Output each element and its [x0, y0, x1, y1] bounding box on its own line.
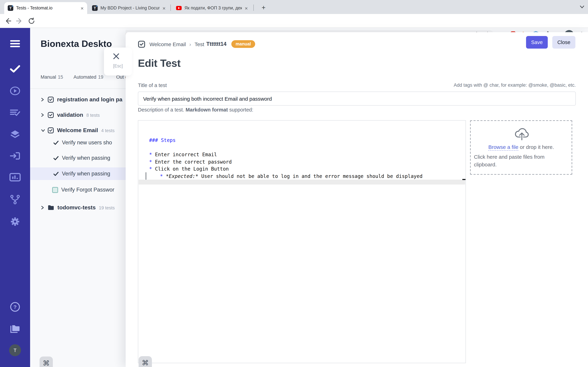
- dropzone-paste-text: Click here and paste files from clipboar…: [474, 153, 568, 168]
- suite-icon: [48, 96, 54, 103]
- testomat-favicon-icon: T: [8, 5, 13, 11]
- markdown-editor[interactable]: ### Steps * Enter incorrect Email * Ente…: [138, 120, 466, 363]
- cloud-upload-icon: [514, 126, 530, 141]
- test-label: Verify when passing: [62, 155, 110, 161]
- test-label: Verify new users sho: [62, 140, 112, 146]
- description-label: Description of a test. Markdown format s…: [138, 107, 253, 113]
- sidebar-runs-play-icon[interactable]: [0, 86, 30, 96]
- folder-row-todomvc[interactable]: todomvc-tests 19 tests: [30, 201, 126, 215]
- test-row[interactable]: Verify new users sho: [30, 136, 126, 149]
- esc-hint-label: [Esc]: [104, 64, 132, 68]
- browser-tab-bdd-project[interactable]: T My BDD Project - Living Docum ×: [88, 2, 169, 14]
- test-label: Verify Forgot Passwor: [61, 187, 114, 193]
- suite-icon: [48, 112, 54, 118]
- folder-icon: [48, 205, 54, 210]
- chevron-right-icon[interactable]: [41, 205, 44, 210]
- tree-shortcut-command-button[interactable]: ⌘: [40, 357, 53, 367]
- sidebar-user-avatar[interactable]: T: [0, 344, 30, 356]
- tab-close-icon[interactable]: ×: [80, 5, 84, 11]
- reload-icon[interactable]: [27, 17, 36, 25]
- page-title: Edit Test: [138, 57, 181, 69]
- sidebar-analytics-icon[interactable]: [0, 173, 30, 181]
- sidebar-import-icon[interactable]: [0, 151, 30, 160]
- suite-row-validation[interactable]: validation 8 tests: [30, 109, 126, 121]
- youtube-favicon-icon: [176, 6, 182, 10]
- tab-search-chevron-icon[interactable]: [579, 5, 585, 9]
- save-button[interactable]: Save: [526, 36, 548, 49]
- suite-icon: [48, 127, 54, 133]
- cursor-dash: [462, 179, 466, 180]
- suite-row-registration[interactable]: registration and login pa: [30, 93, 126, 106]
- hamburger-menu-icon[interactable]: [0, 40, 30, 48]
- forward-icon[interactable]: [15, 17, 24, 25]
- sidebar-settings-gear-icon[interactable]: [0, 216, 30, 227]
- tab-title: Як подати, ФОП 3 групи, дек: [184, 6, 242, 10]
- tests-tree-panel: Bionexta Deskto Manual15 Automated19 Out…: [30, 28, 126, 367]
- suite-row-welcome-email[interactable]: Welcome Email 4 tests: [30, 124, 126, 137]
- browser-tab-tests[interactable]: T Tests - Testomat.io ×: [4, 2, 87, 14]
- testomat-favicon-icon: T: [92, 5, 98, 11]
- chevron-right-icon[interactable]: [41, 113, 44, 117]
- sidebar-branch-icon[interactable]: [0, 195, 30, 204]
- tab-title: My BDD Project - Living Docum: [100, 6, 160, 10]
- manual-badge: manual: [231, 40, 255, 48]
- tab-strip: T Tests - Testomat.io × T My BDD Project…: [0, 0, 588, 14]
- tab-divider: [253, 5, 254, 11]
- test-label: Verify when passing: [62, 171, 110, 177]
- tab-close-icon[interactable]: ×: [245, 5, 248, 11]
- md-expected-emphasis: *Expected:*: [166, 173, 198, 179]
- suite-label: registration and login pa: [57, 96, 122, 103]
- test-row-selected[interactable]: Verify when passing: [30, 167, 126, 180]
- chevron-down-icon[interactable]: [41, 128, 45, 133]
- close-x-icon[interactable]: [112, 52, 120, 60]
- breadcrumb-test-name: Ttttttt14: [206, 41, 226, 47]
- suite-count: 4 tests: [101, 128, 115, 133]
- markdown-content: ### Steps * Enter incorrect Email * Ente…: [138, 137, 466, 180]
- sidebar-layers-icon[interactable]: [0, 130, 30, 139]
- md-step: Enter the correct password: [155, 159, 232, 165]
- tab-automated[interactable]: Automated19: [73, 75, 104, 80]
- sidebar-help-icon[interactable]: ?: [0, 302, 30, 312]
- tab-manual[interactable]: Manual15: [41, 75, 63, 80]
- test-check-icon: [53, 171, 59, 176]
- test-row-forgot-password[interactable]: Verify Forgot Passwor: [30, 184, 126, 196]
- tree-filter-tabs: Manual15 Automated19 Out o: [30, 75, 126, 84]
- md-step: Enter incorrect Email: [155, 152, 217, 157]
- suite-icon: [138, 40, 145, 48]
- file-dropzone[interactable]: Browse a file or drop it here. Click her…: [470, 120, 572, 175]
- md-expected-text: User should not be able to log in and th…: [198, 173, 423, 179]
- chevron-right-icon[interactable]: [41, 97, 44, 102]
- test-checkbox-icon[interactable]: [52, 187, 58, 193]
- folder-count: 19 tests: [99, 205, 115, 210]
- test-row[interactable]: Verify when passing: [30, 152, 126, 164]
- dropzone-browse-line: Browse a file or drop it here.: [471, 144, 571, 150]
- sidebar-plans-list-check-icon[interactable]: [0, 108, 30, 117]
- md-step: Click on the Login Button: [155, 166, 229, 172]
- edit-test-modal: Welcome Email › Test Ttttttt14 manual Sa…: [126, 32, 588, 367]
- sidebar-projects-folder-icon[interactable]: [0, 323, 30, 334]
- tags-hint: Add tags with @ char, for example: @smok…: [454, 83, 576, 88]
- title-field-label: Title of a test: [138, 83, 167, 88]
- suite-label: validation: [57, 112, 83, 118]
- breadcrumb-suite-link[interactable]: Welcome Email: [149, 41, 186, 47]
- tabs-divider: [30, 88, 126, 89]
- test-title-input[interactable]: [138, 92, 576, 106]
- sidebar-tests-check-icon[interactable]: [0, 65, 30, 73]
- browser-toolbar: app.testomat.io/projects/my-project-89a1…: [0, 14, 588, 28]
- back-icon[interactable]: [3, 17, 12, 25]
- browse-file-link[interactable]: Browse a file: [488, 144, 518, 151]
- app-sidebar-rail: ? T: [0, 28, 30, 367]
- folder-label: todomvc-tests: [57, 204, 96, 211]
- breadcrumb-test-prefix: Test: [195, 41, 204, 47]
- esc-close-popup[interactable]: [Esc]: [104, 48, 132, 75]
- tab-title: Tests - Testomat.io: [16, 6, 78, 10]
- browser-tab-youtube[interactable]: Як подати, ФОП 3 групи, дек ×: [173, 2, 251, 14]
- md-heading: ### Steps: [149, 137, 176, 143]
- editor-shortcut-command-button[interactable]: ⌘: [138, 356, 152, 367]
- close-button[interactable]: Close: [552, 36, 575, 49]
- breadcrumb: Welcome Email › Test Ttttttt14 manual: [138, 39, 255, 49]
- tab-close-icon[interactable]: ×: [162, 5, 165, 11]
- svg-text:?: ?: [13, 304, 17, 310]
- new-tab-button[interactable]: +: [259, 3, 268, 12]
- suite-count: 8 tests: [86, 112, 100, 118]
